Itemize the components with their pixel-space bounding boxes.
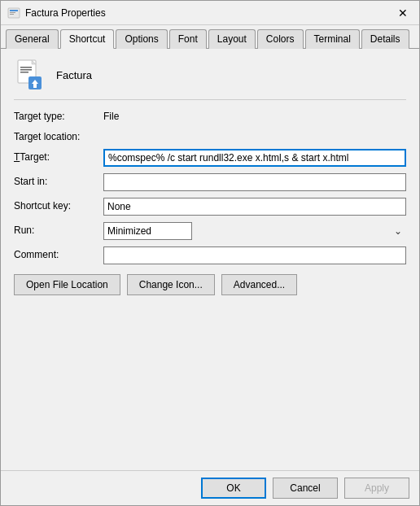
apply-button[interactable]: Apply: [344, 478, 409, 499]
target-type-value: File: [103, 108, 119, 122]
tab-general[interactable]: General: [6, 29, 59, 49]
comment-label: Comment:: [14, 246, 103, 260]
start-in-row: Start in:: [14, 173, 406, 191]
svg-rect-6: [20, 67, 32, 68]
tab-content-shortcut: Factura Target type: File Target locatio…: [1, 49, 419, 470]
svg-rect-8: [20, 72, 28, 73]
comment-input[interactable]: [103, 246, 406, 264]
run-select[interactable]: Normal window Minimized Maximized: [103, 222, 192, 240]
tab-bar: General Shortcut Options Font Layout Col…: [1, 25, 419, 49]
target-type-row: Target type: File: [14, 108, 406, 122]
window-title: Factura Properties: [25, 7, 106, 19]
svg-rect-3: [10, 14, 14, 15]
close-button[interactable]: ✕: [393, 3, 413, 23]
start-in-input[interactable]: [103, 173, 406, 191]
shortcut-key-label: Shortcut key:: [14, 198, 103, 212]
open-file-location-button[interactable]: Open File Location: [14, 274, 120, 295]
shortcut-key-input[interactable]: [103, 198, 406, 216]
tab-layout[interactable]: Layout: [208, 29, 256, 49]
svg-rect-11: [33, 84, 37, 88]
svg-rect-1: [10, 10, 18, 11]
target-location-label: Target location:: [14, 129, 103, 142]
run-row: Run: Normal window Minimized Maximized: [14, 222, 406, 240]
change-icon-button[interactable]: Change Icon...: [127, 274, 215, 295]
app-name: Factura: [56, 69, 92, 81]
target-type-label: Target type:: [14, 108, 103, 122]
window-icon: [7, 7, 20, 20]
target-label: TTarget:: [14, 149, 103, 163]
tab-colors[interactable]: Colors: [257, 29, 304, 49]
target-location-row: Target location:: [14, 129, 406, 142]
icon-section: Factura: [14, 59, 406, 100]
app-icon: [14, 59, 46, 91]
comment-row: Comment:: [14, 246, 406, 264]
start-in-label: Start in:: [14, 173, 103, 187]
footer: OK Cancel Apply: [1, 470, 419, 505]
window: Factura Properties ✕ General Shortcut Op…: [0, 0, 420, 506]
cancel-button[interactable]: Cancel: [273, 478, 338, 499]
advanced-button[interactable]: Advanced...: [221, 274, 297, 295]
ok-button[interactable]: OK: [201, 478, 266, 499]
tab-details[interactable]: Details: [361, 29, 409, 49]
shortcut-key-row: Shortcut key:: [14, 198, 406, 216]
tab-terminal[interactable]: Terminal: [305, 29, 360, 49]
title-bar-left: Factura Properties: [7, 7, 106, 20]
run-label: Run:: [14, 222, 103, 236]
action-buttons: Open File Location Change Icon... Advanc…: [14, 274, 406, 295]
run-select-wrapper: Normal window Minimized Maximized: [103, 222, 406, 240]
target-input[interactable]: [103, 149, 406, 167]
target-row: TTarget:: [14, 149, 406, 167]
svg-rect-2: [10, 12, 15, 13]
title-bar: Factura Properties ✕: [1, 1, 419, 25]
svg-rect-7: [20, 69, 32, 71]
tab-font[interactable]: Font: [169, 29, 207, 49]
tab-shortcut[interactable]: Shortcut: [60, 29, 115, 49]
tab-options[interactable]: Options: [116, 29, 167, 49]
